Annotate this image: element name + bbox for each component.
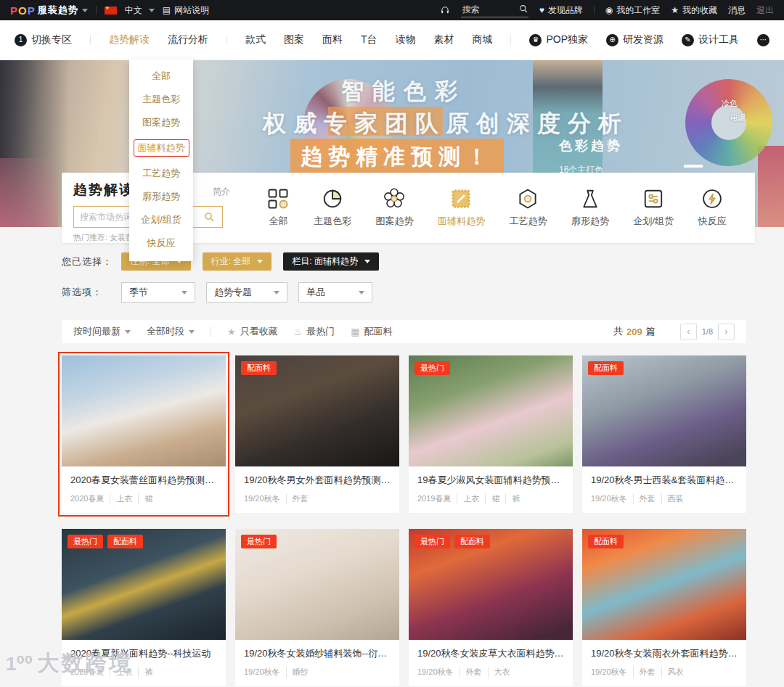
tag: 2020春夏 <box>70 667 110 678</box>
nav-item-design-tools[interactable]: ✎ 设计工具 <box>682 33 739 46</box>
article-tags: 2019春夏上衣裙裤 <box>417 493 564 504</box>
with-fabric-toggle[interactable]: ▦ 配面料 <box>351 325 392 338</box>
ellipsis-icon: ⋯ <box>757 34 769 46</box>
chevron-down-icon <box>359 291 364 295</box>
chip-label: 行业: 全部 <box>211 255 251 268</box>
article-card[interactable]: 配面料 19/20秋冬女装雨衣外套面料趋势预测--科技... 19/20秋冬外套… <box>582 529 746 686</box>
filter-chip-column[interactable]: 栏目: 面辅料趋势 <box>283 252 379 271</box>
article-title[interactable]: 2020春夏女装蕾丝面料趋势预测--浪漫假日 <box>70 474 217 487</box>
nav-item-trend-reading[interactable]: 趋势解读 <box>109 33 150 46</box>
more-menu-button[interactable]: ⋯ <box>757 34 769 46</box>
category-label: 主题色彩 <box>314 215 351 228</box>
article-card[interactable]: 最热门配面料 2020春夏新兴面料趋势--科技运动 2020春夏上衣裤 <box>62 529 226 686</box>
language-selector[interactable]: 中文 <box>125 4 155 17</box>
divider <box>510 35 511 45</box>
nav-item-switch-zone[interactable]: 1 切换专区 <box>15 33 72 46</box>
category-theme-color[interactable]: 主题色彩 <box>314 188 351 228</box>
crown-icon: ♛ <box>529 34 542 46</box>
article-card[interactable]: 配面料 19/20秋冬男女外套面料趋势预测--改良花呢 19/20秋冬外套 <box>235 355 399 513</box>
article-tags: 19/20秋冬外套大衣 <box>417 667 564 678</box>
logout-link[interactable]: 退出 <box>756 4 774 17</box>
category-all[interactable]: 全部 <box>267 188 289 228</box>
nav-item-readings[interactable]: 读物 <box>395 33 415 46</box>
dropdown-item-pattern-trend[interactable]: 图案趋势 <box>129 111 193 134</box>
nav-item-rd-resources[interactable]: ⊕ 研发资源 <box>606 33 663 46</box>
intro-link[interactable]: 简介 <box>213 186 230 198</box>
article-thumbnail[interactable]: 配面料 <box>582 529 746 640</box>
article-title[interactable]: 2020春夏新兴面料趋势--科技运动 <box>70 647 217 660</box>
article-thumbnail[interactable]: 配面料 <box>235 355 399 466</box>
nav-item-styles[interactable]: 款式 <box>245 33 266 46</box>
dropdown-item-planning[interactable]: 企划/组货 <box>129 208 193 231</box>
nav-item-popular-analysis[interactable]: 流行分析 <box>168 33 208 46</box>
article-thumbnail[interactable]: 最热门配面料 <box>62 529 226 640</box>
dropdown-item-all[interactable]: 全部 <box>129 65 193 88</box>
article-title[interactable]: 19/20秋冬女装皮草大衣面料趋势预测--取魅... <box>417 647 564 660</box>
article-thumbnail[interactable] <box>62 355 226 466</box>
trend-topic-select[interactable]: 趋势专题 <box>206 282 287 303</box>
nav-item-materials[interactable]: 素材 <box>433 33 454 46</box>
period-filter[interactable]: 全部时段 <box>147 325 195 338</box>
article-card[interactable]: 最热门配面料 19/20秋冬女装皮草大衣面料趋势预测--取魅... 19/20秋… <box>409 529 573 686</box>
article-card[interactable]: 2020春夏女装蕾丝面料趋势预测--浪漫假日 2020春夏上衣裙 <box>62 355 226 513</box>
category-pattern-trend[interactable]: 图案趋势 <box>375 188 413 228</box>
filter-chip-industry[interactable]: 行业: 全部 <box>203 252 272 271</box>
dropdown-item-fabric-trend[interactable]: 面辅料趋势 <box>129 134 193 162</box>
article-card[interactable]: 配面料 19/20秋冬男士西装&套装面料趋势预测--复... 19/20秋冬外套… <box>582 355 746 513</box>
article-card[interactable]: 最热门 19春夏少淑风女装面辅料趋势预测--边缘装饰 2019春夏上衣裙裤 <box>409 355 573 513</box>
pop-logo[interactable]: POP 服装趋势 <box>10 4 88 17</box>
nav-item-fabrics[interactable]: 面料 <box>322 33 343 46</box>
article-card[interactable]: 最热门 19/20秋冬女装婚纱辅料装饰--衍生的珠饰 19/20秋冬婚纱 <box>235 529 399 686</box>
search-icon[interactable] <box>519 4 528 14</box>
banner-right-accent <box>758 146 784 227</box>
article-title[interactable]: 19/20秋冬男女外套面料趋势预测--改良花呢 <box>244 474 391 487</box>
article-thumbnail[interactable]: 最热门配面料 <box>409 529 573 640</box>
nav-item-mall[interactable]: 商城 <box>472 33 492 46</box>
dropdown-item-silhouette-trend[interactable]: 廓形趋势 <box>129 185 193 208</box>
article-title[interactable]: 19/20秋冬女装婚纱辅料装饰--衍生的珠饰 <box>244 647 391 660</box>
category-fabric-trend[interactable]: 面辅料趋势 <box>438 188 485 228</box>
dropdown-item-quick-response[interactable]: 快反应 <box>129 231 193 255</box>
nav-label: 款式 <box>245 33 266 46</box>
category-quick-response[interactable]: 快反应 <box>698 188 727 228</box>
article-thumbnail[interactable]: 最热门 <box>235 529 399 640</box>
pagination: ‹ 1/8 › <box>680 324 735 340</box>
search-icon[interactable] <box>196 207 222 227</box>
dropdown-item-theme-color[interactable]: 主题色彩 <box>129 88 193 111</box>
search-input[interactable] <box>461 4 506 15</box>
prev-page-button[interactable]: ‹ <box>680 324 697 340</box>
item-select[interactable]: 单品 <box>298 282 372 303</box>
article-title[interactable]: 19/20秋冬女装雨衣外套面料趋势预测--科技... <box>591 647 738 660</box>
nav-item-runway[interactable]: T台 <box>361 33 377 46</box>
nav-label: POP独家 <box>546 33 588 46</box>
article-title[interactable]: 19/20秋冬男士西装&套装面料趋势预测--复... <box>591 474 738 487</box>
site-note-link[interactable]: ▤ 网站说明 <box>163 4 209 17</box>
sort-by-time[interactable]: 按时间最新 <box>73 325 131 338</box>
category-silhouette-trend[interactable]: 廓形趋势 <box>571 188 609 228</box>
season-select[interactable]: 季节 <box>121 282 195 303</box>
category-craft-trend[interactable]: 工艺趋势 <box>509 188 547 228</box>
favorites-only-toggle[interactable]: ★ 只看收藏 <box>227 325 278 338</box>
sort-label: 只看收藏 <box>240 325 278 338</box>
topbar-search[interactable] <box>461 4 528 17</box>
tag: 外套 <box>633 667 661 678</box>
my-favorites-link[interactable]: ★ 我的收藏 <box>671 4 717 17</box>
dropdown-item-craft-trend[interactable]: 工艺趋势 <box>129 162 193 185</box>
tag: 外套 <box>286 493 314 504</box>
article-thumbnail[interactable]: 最热门 <box>409 355 573 466</box>
hottest-toggle[interactable]: ♨ 最热门 <box>294 325 335 338</box>
category-planning[interactable]: 企划/组货 <box>633 188 674 228</box>
badge: 配面料 <box>107 535 143 548</box>
nav-item-patterns[interactable]: 图案 <box>284 33 304 46</box>
my-studio-link[interactable]: ◉ 我的工作室 <box>605 4 660 17</box>
article-title[interactable]: 19春夏少淑风女装面辅料趋势预测--边缘装饰 <box>417 474 564 487</box>
headset-icon[interactable] <box>440 5 450 15</box>
carousel-indicator[interactable] <box>684 165 703 168</box>
article-thumbnail[interactable]: 配面料 <box>582 355 746 466</box>
nav-label: 商城 <box>472 33 492 46</box>
next-page-button[interactable]: › <box>718 324 735 340</box>
article-tags: 2020春夏上衣裙 <box>70 493 217 504</box>
discover-brands-link[interactable]: ♥ 发现品牌 <box>539 4 583 17</box>
nav-item-pop-exclusive[interactable]: ♛ POP独家 <box>529 33 588 46</box>
messages-link[interactable]: 消息 <box>728 4 746 17</box>
